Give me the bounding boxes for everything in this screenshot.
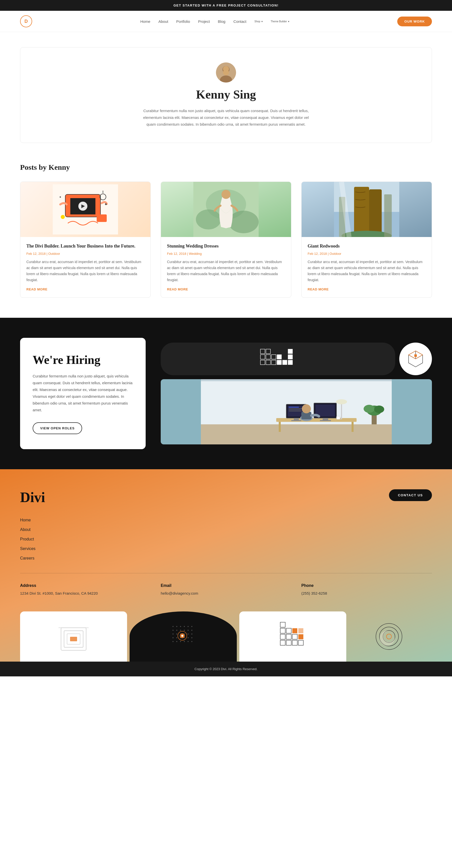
post-3-excerpt: Curabitur arcu erat, accumsan id imperdi…: [308, 259, 426, 283]
post-1-read-more[interactable]: READ MORE: [26, 287, 48, 291]
nav-contact[interactable]: Contact: [233, 19, 247, 24]
our-work-button[interactable]: OUR WORK: [397, 17, 432, 26]
nav-theme-builder-label: Theme Builder: [271, 20, 287, 23]
svg-text:✦: ✦: [104, 202, 108, 207]
svg-point-109: [188, 641, 189, 642]
footer-nav-home[interactable]: Home: [20, 518, 432, 522]
svg-point-106: [176, 641, 177, 642]
footer-graphic-1: [20, 612, 127, 661]
svg-rect-61: [289, 411, 302, 411]
svg-rect-75: [337, 416, 340, 419]
copyright-text: Copyright © 2023 Divi. All Rights Reserv…: [195, 667, 258, 671]
svg-rect-56: [291, 420, 301, 421]
posts-grid: ✦ ✦ The Divi Builder. Launch Your Busine…: [20, 182, 432, 298]
footer-address: Address 1234 Divi St. #1000, San Francis…: [20, 583, 151, 596]
footer-email-value: hello@diviagency.com: [161, 590, 291, 596]
svg-point-71: [364, 405, 375, 413]
nav-portfolio[interactable]: Portfolio: [176, 19, 190, 24]
shop-chevron-icon: ▾: [261, 20, 263, 23]
nav-project[interactable]: Project: [198, 19, 210, 24]
footer-graphic-2: [130, 612, 236, 661]
post-card-3: Giant Redwoods Feb 12, 2018 | Outdoor Cu…: [301, 182, 432, 298]
logo-letter: D: [25, 19, 28, 24]
footer-nav: Home About Product Services Careers: [20, 518, 432, 560]
svg-point-81: [172, 626, 173, 627]
svg-point-113: [181, 635, 183, 637]
banner-text: GET STARTED WITH A FREE PROJECT CONSULTA…: [173, 3, 279, 7]
footer-email-label: Email: [161, 583, 291, 588]
svg-rect-124: [298, 634, 303, 639]
post-3-read-more[interactable]: READ MORE: [308, 287, 329, 291]
svg-rect-126: [298, 628, 303, 633]
svg-rect-63: [323, 418, 328, 420]
post-3-image: [302, 182, 432, 237]
svg-rect-22: [354, 187, 369, 237]
svg-rect-12: [97, 214, 107, 222]
svg-point-18: [228, 211, 259, 233]
svg-point-89: [180, 630, 181, 631]
logo[interactable]: D: [20, 15, 32, 27]
svg-rect-32: [272, 354, 276, 359]
footer-nav-careers[interactable]: Careers: [20, 556, 432, 560]
posts-title: Posts by Kenny: [20, 163, 432, 172]
svg-rect-58: [289, 407, 299, 407]
post-2-excerpt: Curabitur arcu erat, accumsan id imperdi…: [167, 259, 285, 283]
logo-circle: D: [20, 15, 32, 27]
svg-rect-37: [283, 360, 287, 365]
svg-rect-123: [280, 622, 285, 627]
header: D Home About Portfolio Project Blog Cont…: [0, 11, 452, 32]
svg-rect-46: [414, 354, 417, 357]
svg-point-104: [191, 637, 192, 638]
svg-point-88: [176, 630, 177, 631]
post-2-read-more[interactable]: READ MORE: [167, 287, 188, 291]
nav-home[interactable]: Home: [140, 19, 150, 24]
top-banner: GET STARTED WITH A FREE PROJECT CONSULTA…: [0, 0, 452, 11]
hiring-visuals: [161, 343, 432, 444]
nav-about[interactable]: About: [159, 19, 168, 24]
svg-point-93: [172, 633, 173, 634]
svg-point-99: [172, 637, 173, 638]
svg-rect-115: [286, 640, 291, 645]
post-2-title: Stunning Wedding Dresses: [167, 243, 285, 249]
footer-nav-product[interactable]: Product: [20, 537, 432, 541]
svg-point-86: [191, 626, 192, 627]
footer-contact-row: Address 1234 Divi St. #1000, San Francis…: [20, 583, 432, 596]
svg-point-11: [61, 215, 65, 219]
svg-rect-35: [277, 360, 282, 365]
footer-phone-value: (255) 352-6258: [301, 590, 432, 596]
svg-rect-116: [292, 640, 297, 645]
footer-nav-services[interactable]: Services: [20, 547, 432, 551]
svg-rect-29: [272, 360, 276, 365]
footer-phone: Phone (255) 352-6258: [301, 583, 432, 596]
view-roles-button[interactable]: VIEW OPEN ROLES: [33, 422, 82, 434]
hiring-text-box: We're Hiring Curabitur fermentum nulla n…: [20, 338, 146, 449]
author-avatar: [216, 62, 236, 83]
svg-point-94: [176, 633, 177, 634]
cube-visual: [399, 343, 432, 375]
svg-rect-119: [286, 634, 291, 639]
svg-point-91: [188, 630, 189, 631]
footer-bottom-graphics: [20, 612, 432, 661]
hiring-section: We're Hiring Curabitur fermentum nulla n…: [0, 318, 452, 469]
footer: Divi CONTACT US Home About Product Servi…: [0, 469, 452, 661]
svg-rect-53: [351, 422, 354, 432]
svg-point-98: [191, 633, 192, 634]
svg-point-72: [374, 406, 384, 413]
svg-rect-55: [294, 418, 299, 420]
view-roles-label: VIEW OPEN ROLES: [40, 426, 75, 430]
footer-email: Email hello@diviagency.com: [161, 583, 291, 596]
contact-us-button[interactable]: CONTACT US: [389, 489, 432, 501]
svg-rect-23: [369, 189, 382, 237]
author-card: Kenny Sing Curabitur fermentum nulla non…: [20, 47, 432, 143]
footer-nav-about[interactable]: About: [20, 527, 432, 532]
nav-shop[interactable]: Shop ▾: [254, 20, 262, 23]
hiring-graphics-row: [161, 343, 432, 375]
post-3-content: Giant Redwoods Feb 12, 2018 | Outdoor Cu…: [302, 237, 432, 298]
post-2-content: Stunning Wedding Dresses Feb 12, 2018 | …: [161, 237, 291, 298]
svg-point-110: [191, 641, 192, 642]
nav-theme-builder[interactable]: Theme Builder ▾: [271, 20, 289, 23]
nav-blog[interactable]: Blog: [218, 19, 226, 24]
svg-rect-118: [280, 634, 285, 639]
post-2-image: [161, 182, 291, 237]
svg-rect-120: [292, 634, 297, 639]
